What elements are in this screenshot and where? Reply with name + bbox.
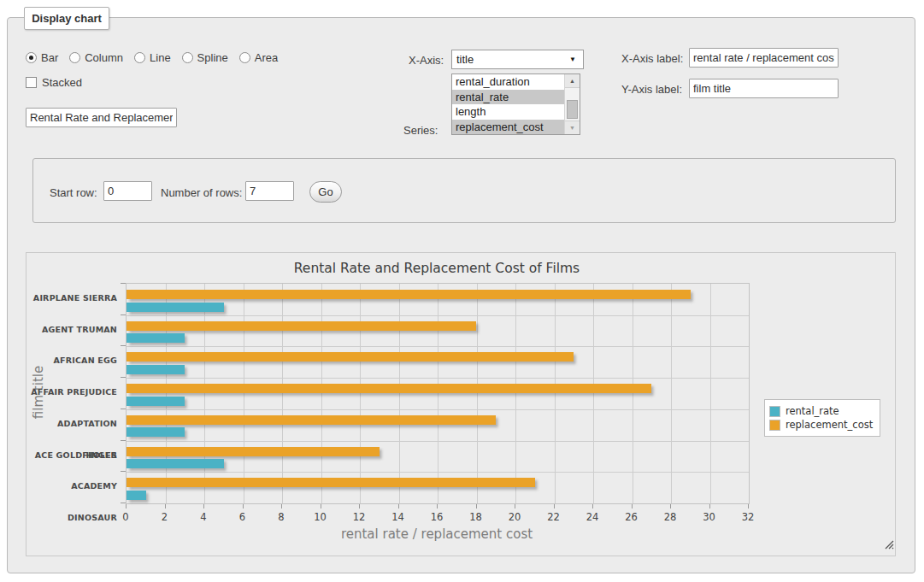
x-tick-label: 12 (344, 511, 374, 523)
grid-line (633, 284, 633, 503)
category-label: AIRPLANE SIERRA (26, 283, 117, 315)
bar-replacement_cost (127, 478, 535, 487)
grid-line (127, 378, 749, 379)
bar-replacement_cost (127, 447, 380, 456)
num-rows-input[interactable] (245, 181, 294, 201)
grid-line (593, 284, 594, 503)
resize-grip-icon[interactable] (884, 539, 894, 550)
grid-line (127, 409, 749, 410)
chart-title-input[interactable] (26, 108, 177, 127)
bar-replacement_cost (127, 384, 651, 393)
radio-bar-icon[interactable] (26, 52, 37, 63)
radio-spline-label: Spline (197, 51, 228, 64)
grid-line (515, 284, 516, 503)
series-options: rental_duration rental_rate length repla… (452, 74, 564, 134)
xaxis-select-value: title (456, 53, 474, 66)
radio-line-icon[interactable] (134, 52, 145, 63)
radio-area-icon[interactable] (239, 52, 250, 63)
option-rental-rate[interactable]: rental_rate (452, 90, 564, 105)
radio-bar[interactable]: Bar (26, 51, 58, 64)
x-tick-label: 22 (539, 511, 568, 523)
radio-bar-label: Bar (41, 51, 58, 64)
grid-line (710, 284, 711, 503)
x-axis-label: rental rate / replacement cost (126, 526, 748, 542)
option-length[interactable]: length (452, 104, 564, 120)
radio-column[interactable]: Column (69, 51, 123, 64)
grid-line (321, 284, 322, 503)
x-tick-mark (748, 504, 749, 509)
xaxis-select-label: X-Axis: (409, 54, 444, 67)
grid-line (671, 284, 672, 503)
legend-label: rental_rate (786, 405, 839, 417)
fieldset-legend: Display chart (24, 7, 109, 30)
x-tick-mark (632, 504, 633, 509)
x-tick-mark (554, 504, 555, 509)
option-rental-duration[interactable]: rental_duration (452, 74, 564, 90)
go-button[interactable]: Go (309, 181, 342, 203)
grid-line (127, 472, 749, 473)
category-label: ACE GOLDFINGER (26, 440, 117, 472)
x-tick-label: 8 (267, 511, 296, 523)
stacked-checkbox-row[interactable]: Stacked (26, 76, 82, 89)
x-tick-mark (243, 504, 244, 509)
x-tick-label: 14 (384, 511, 413, 523)
x-tick-label: 4 (189, 511, 218, 523)
start-row-input[interactable] (103, 181, 152, 201)
grid-line (555, 284, 556, 503)
chevron-down-icon[interactable]: ▼ (569, 56, 576, 63)
radio-area[interactable]: Area (239, 51, 278, 64)
x-tick-mark (281, 504, 282, 509)
xaxis-select[interactable]: title ▼ (451, 50, 584, 69)
grid-line (477, 284, 478, 503)
x-tick-mark (398, 504, 399, 509)
x-tick-mark (709, 504, 710, 509)
scrollbar-thumb[interactable] (567, 100, 578, 119)
x-tick-mark (515, 504, 515, 509)
stacked-checkbox[interactable] (26, 77, 37, 88)
category-label: ADAPTATION HOLES (26, 409, 117, 440)
y-tick-mark (121, 283, 126, 284)
xaxis-label-input[interactable] (689, 48, 839, 68)
x-tick-label: 28 (656, 511, 685, 523)
x-tick-label: 6 (228, 511, 257, 523)
radio-line[interactable]: Line (134, 51, 171, 64)
bar-rental_rate (127, 491, 146, 500)
x-tick-label: 2 (150, 511, 180, 523)
bar-rental_rate (127, 397, 185, 406)
radio-spline[interactable]: Spline (182, 51, 228, 64)
grid-line (438, 284, 438, 503)
y-tick-mark (121, 503, 126, 503)
bar-replacement_cost (127, 415, 496, 425)
grid-line (360, 284, 361, 503)
option-replacement-cost[interactable]: replacement_cost (452, 120, 564, 135)
bar-rental_rate (127, 365, 185, 374)
scroll-down-icon[interactable]: ▼ (565, 121, 580, 134)
category-label: ACADEMY DINOSAUR (26, 471, 117, 503)
y-tick-mark (121, 409, 126, 409)
series-listbox-label: Series: (403, 124, 438, 137)
bar-rental_rate (127, 427, 185, 437)
scroll-up-icon[interactable]: ▲ (565, 74, 580, 88)
x-tick-mark (321, 504, 321, 509)
grid-line (244, 284, 244, 503)
x-tick-mark (126, 504, 127, 509)
radio-area-label: Area (255, 51, 278, 64)
grid-line (127, 346, 749, 347)
series-listbox[interactable]: rental_duration rental_rate length repla… (451, 73, 580, 135)
yaxis-label-input[interactable] (689, 79, 839, 98)
radio-column-icon[interactable] (69, 52, 80, 63)
listbox-scrollbar[interactable]: ▲ ▼ (564, 74, 580, 134)
num-rows-label: Number of rows: (161, 186, 242, 199)
y-tick-mark (121, 440, 126, 441)
grid-line (204, 284, 205, 503)
legend-swatch-icon (769, 406, 780, 417)
radio-spline-icon[interactable] (182, 52, 193, 63)
legend-swatch-icon (769, 420, 780, 431)
grid-line (127, 441, 749, 442)
x-tick-label: 26 (617, 511, 646, 523)
bar-replacement_cost (127, 352, 574, 362)
category-label: AFFAIR PREJUDICE (26, 377, 117, 409)
y-tick-mark (121, 345, 126, 346)
x-tick-mark (670, 504, 671, 509)
x-tick-mark (203, 504, 204, 509)
